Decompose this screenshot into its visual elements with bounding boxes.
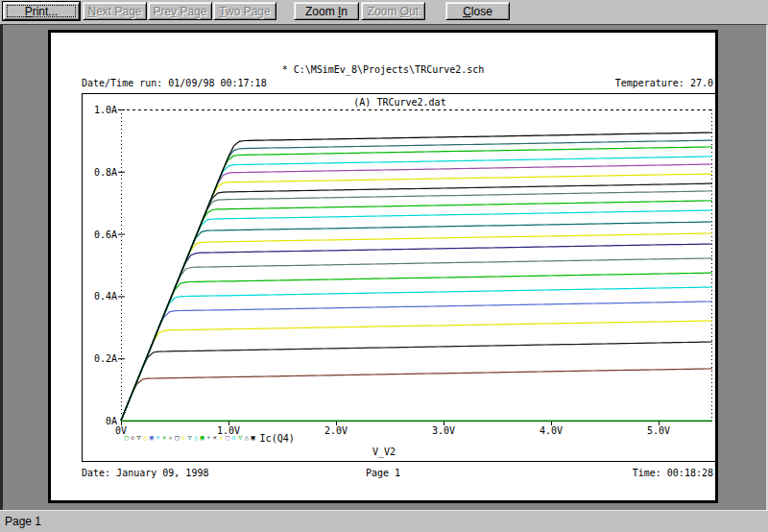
trace-line-18	[121, 147, 712, 421]
trace-line-8	[121, 244, 712, 421]
trace-line-10	[121, 222, 712, 421]
preview-area: * C:\MSimEv_8\Projects\TRCurve2.sch Date…	[0, 24, 768, 510]
trace-line-13	[121, 191, 712, 421]
y-tick-label: 1.0A	[83, 105, 117, 115]
chart-title: (A) TRCurve2.dat	[83, 97, 717, 108]
chart-frame: (A) TRCurve2.dat 0A0.2A0.4A0.6A0.8A1.0A …	[82, 93, 718, 462]
x-tick-label: 2.0V	[317, 425, 355, 436]
focus-rectangle	[7, 5, 76, 17]
legend-marker-20: ▣	[250, 434, 256, 443]
schematic-path: * C:\MSimEv_8\Projects\TRCurve2.sch	[51, 64, 715, 75]
two-page-button: Two Page	[213, 2, 276, 20]
trace-line-7	[121, 258, 712, 421]
trace-line-2	[121, 342, 712, 421]
y-tick-label: 0.6A	[83, 230, 117, 240]
x-axis-title: V_V2	[83, 447, 685, 457]
footer-time: Time: 00:18:28	[633, 468, 713, 478]
print-preview-window: { "toolbar": { "buttons": [ {"id":"print…	[0, 0, 768, 532]
x-tick-label: 4.0V	[532, 425, 570, 436]
status-bar: Page 1	[0, 510, 768, 532]
date-time-run: Date/Time run: 01/09/98 00:17:18	[82, 78, 267, 88]
status-page-indicator: Page 1	[5, 515, 41, 528]
zoom-in-button[interactable]: Zoom In	[294, 2, 359, 20]
y-tick-label: 0.2A	[83, 353, 117, 364]
next-page-button: Next Page	[83, 2, 147, 20]
trace-line-1	[121, 369, 712, 421]
print-button[interactable]: Print...	[3, 2, 80, 20]
x-tick-label: 5.0V	[639, 425, 678, 436]
toolbar: Print...Next PagePrev PageTwo PageZoom I…	[0, 0, 768, 24]
trace-line-4	[121, 302, 712, 421]
prev-page-button: Prev Page	[148, 2, 212, 20]
trace-line-19	[121, 140, 712, 421]
plot-area	[115, 109, 718, 428]
trace-line-9	[121, 233, 712, 421]
x-tick-label: 3.0V	[424, 425, 463, 436]
legend-trace-expression: Ic(Q4)	[260, 433, 295, 444]
footer-page-number: Page 1	[51, 468, 715, 478]
zoom-out-button: Zoom Out	[361, 2, 425, 20]
preview-page: * C:\MSimEv_8\Projects\TRCurve2.sch Date…	[48, 30, 718, 503]
temperature: Temperature: 27.0	[615, 78, 713, 88]
close-button[interactable]: Close	[445, 2, 510, 20]
y-tick-label: 0.4A	[83, 291, 117, 302]
y-tick-label: 0.8A	[83, 167, 117, 178]
